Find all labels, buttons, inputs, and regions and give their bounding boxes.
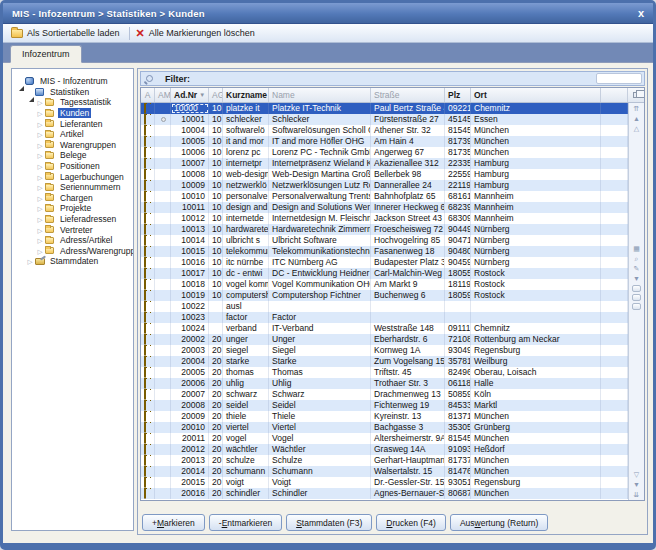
collapsed-arrow-icon[interactable] xyxy=(36,97,44,107)
table-row[interactable]: 2001120vogelVogelAltersheimerstr. 9A8154… xyxy=(141,433,628,444)
table-row[interactable]: 10022ausl xyxy=(141,301,628,312)
column-header-strasse[interactable]: Straße xyxy=(371,88,445,102)
page-down-icon[interactable]: ▼ xyxy=(633,481,640,489)
table-row[interactable]: 2001220wächtlerWächtlerGrasweg 14A91093H… xyxy=(141,444,628,455)
collapsed-arrow-icon[interactable] xyxy=(36,214,44,224)
table-row[interactable]: 10024verbandIT-VerbandWeststraße 1480911… xyxy=(141,323,628,334)
scrollbar-thumb[interactable] xyxy=(632,294,641,301)
collapsed-arrow-icon[interactable] xyxy=(26,256,34,266)
table-row[interactable]: 1000110schleckerSchleckerFürstenstraße 2… xyxy=(141,114,628,125)
table-row[interactable]: 1001910computershComputershop FichtnerBu… xyxy=(141,290,628,301)
grid-view-icon[interactable]: ▦ xyxy=(633,245,640,253)
table-row[interactable]: 2000420starkeStarkeZum Vogelsang 1535781… xyxy=(141,356,628,367)
table-row[interactable]: 2001020viertelViertelBachgasse 335305Grü… xyxy=(141,422,628,433)
table-row[interactable]: 1001810vogel kommVogel Kommunikation OHG… xyxy=(141,279,628,290)
button-stammdaten-f3[interactable]: Stammdaten (F3) xyxy=(286,514,372,531)
table-row[interactable]: 2001620schindlerSchindlerAgnes-Bernauer-… xyxy=(141,488,628,499)
tree-item-belege[interactable]: Belege xyxy=(12,150,133,161)
tree-item-positionen[interactable]: Positionen xyxy=(12,161,133,172)
tree-item-lagerbuchungen[interactable]: Lagerbuchungen xyxy=(12,171,133,182)
button-auswertung-return[interactable]: Auswertung (Return) xyxy=(450,514,548,531)
collapsed-arrow-icon[interactable] xyxy=(36,203,44,213)
collapsed-arrow-icon[interactable] xyxy=(36,193,44,203)
table-row[interactable]: 1001110design andDesign and Solutions We… xyxy=(141,202,628,213)
table-row[interactable]: 2001320schulzeSchulzeGerhart-Hauptmann-R… xyxy=(141,455,628,466)
table-row[interactable]: 1001610itc nürnbeITC Nürnberg AGBudapest… xyxy=(141,257,628,268)
table-row[interactable]: 1001710dc - entwiDC - Entwicklung Heidne… xyxy=(141,268,628,279)
table-row[interactable]: 1001510telekommunTelekommunikationstechn… xyxy=(141,246,628,257)
edit-icon[interactable]: ✎ xyxy=(634,265,640,273)
tree-item-seriennummern[interactable]: Seriennummern xyxy=(12,182,133,193)
collapsed-arrow-icon[interactable] xyxy=(36,129,44,139)
table-row[interactable]: 1000610lorenz pcLorenz PC - Technik GmbH… xyxy=(141,147,628,158)
table-row[interactable]: 1001210internetdeInternetdesign M. Fleis… xyxy=(141,213,628,224)
table-row[interactable]: 2000620uhligUhligTrothaer Str. 306118Hal… xyxy=(141,378,628,389)
table-row[interactable]: 1001010personalvePersonalverwaltung Tren… xyxy=(141,191,628,202)
close-icon[interactable]: x xyxy=(638,6,644,20)
tree-item-chargen[interactable]: Chargen xyxy=(12,193,133,204)
scrollbar-thumb[interactable] xyxy=(632,285,641,292)
row-up-icon[interactable]: △ xyxy=(634,125,639,133)
column-header-name[interactable]: Name xyxy=(269,88,371,102)
table-row[interactable]: 1000410softwarelöSoftwarelösungen Scholl… xyxy=(141,125,628,136)
tree-item-artikel[interactable]: Artikel xyxy=(12,129,133,140)
tree-item-lieferanten[interactable]: Lieferanten xyxy=(12,118,133,129)
column-header-ag[interactable]: AG xyxy=(209,88,223,102)
load-as-sort-table-button[interactable]: Als Sortiertabelle laden xyxy=(8,27,126,39)
table-row[interactable]: 1000810web-designWeb-Design Martina Groß… xyxy=(141,169,628,180)
collapsed-arrow-icon[interactable] xyxy=(36,246,44,256)
table-row[interactable]: 2001420schumannSchumannWalsertalstr. 158… xyxy=(141,466,628,477)
table-row[interactable]: 2000520thomasThomasTriftstr. 4582496Ober… xyxy=(141,367,628,378)
expanded-arrow-icon[interactable] xyxy=(26,87,34,97)
tree-item-mis-infozentrum[interactable]: MIS - Infozentrum xyxy=(12,76,133,87)
table-row[interactable]: 1001410ulbricht sUlbricht SoftwareHochvo… xyxy=(141,235,628,246)
table-row[interactable]: 2001520voigtVoigtDr.-Gessler-Str. 15B930… xyxy=(141,477,628,488)
tree-item-projekte[interactable]: Projekte xyxy=(12,203,133,214)
tree-item-warengruppen[interactable]: Warengruppen xyxy=(12,140,133,151)
table-row[interactable]: 2000220ungerUngerEberhardstr. 672108Rott… xyxy=(141,334,628,345)
collapsed-arrow-icon[interactable] xyxy=(36,225,44,235)
collapsed-arrow-icon[interactable] xyxy=(36,235,44,245)
table-row[interactable]: 2000920thieleThieleKyreinstr. 1381371Mün… xyxy=(141,411,628,422)
clear-all-marks-button[interactable]: ✕ Alle Markierungen löschen xyxy=(133,27,261,39)
collapsed-arrow-icon[interactable] xyxy=(36,182,44,192)
go-last-icon[interactable]: ⇊ xyxy=(634,491,640,499)
table-row[interactable]: 1000010platzke itPlatzke IT-TechnikPaul … xyxy=(141,103,628,114)
tree-item-vertreter[interactable]: Vertreter xyxy=(12,224,133,235)
column-header-kurzname[interactable]: Kurzname xyxy=(223,88,269,102)
table-row[interactable]: 2000820seidelSeidelFichtenweg 1984533Mar… xyxy=(141,400,628,411)
table-row[interactable]: 1000710internetprInternetpräsenz Wieland… xyxy=(141,158,628,169)
scrollbar-thumb[interactable] xyxy=(632,303,641,310)
table-row[interactable]: 1000510it and morIT and more Höfler OHGA… xyxy=(141,136,628,147)
filter-input[interactable] xyxy=(596,73,642,84)
tree-item-statistiken[interactable]: Statistiken xyxy=(12,87,133,98)
collapsed-arrow-icon[interactable] xyxy=(36,172,44,182)
column-header-am[interactable]: AM xyxy=(155,88,171,102)
row-down-icon[interactable]: ▽ xyxy=(634,471,639,479)
table-row[interactable]: 1000910netzwerklöNetzwerklösungen Lutz R… xyxy=(141,180,628,191)
button-drucken-f4[interactable]: Drucken (F4) xyxy=(376,514,446,531)
tab-infozentrum[interactable]: Infozentrum xyxy=(10,45,82,63)
column-chooser-button[interactable] xyxy=(628,88,644,102)
go-first-icon[interactable]: ⇈ xyxy=(634,105,640,113)
column-header-ort[interactable]: Ort xyxy=(471,88,601,102)
tree-item-adress-warengruppen[interactable]: Adress/Warengruppen xyxy=(12,246,133,257)
column-header-a[interactable]: A xyxy=(141,88,155,102)
tree-item-adress-artikel[interactable]: Adress/Artikel xyxy=(12,235,133,246)
table-row[interactable]: 2000320siegelSiegelKornweg 1A93049Regens… xyxy=(141,345,628,356)
expanded-arrow-icon[interactable] xyxy=(16,76,24,86)
button-entmarkieren[interactable]: - Entmarkieren xyxy=(209,514,282,531)
page-up-icon[interactable]: ▲ xyxy=(633,115,640,123)
collapsed-arrow-icon[interactable] xyxy=(36,150,44,160)
table-row[interactable]: 1001310hardwareteHardwaretechnik Zimmerm… xyxy=(141,224,628,235)
button-markieren[interactable]: + Markieren xyxy=(142,514,205,531)
filter-icon[interactable]: ▼ xyxy=(633,275,640,283)
tree-item-lieferadressen[interactable]: Lieferadressen xyxy=(12,214,133,225)
tree-item-kunden[interactable]: Kunden xyxy=(12,108,133,119)
column-header-plz[interactable]: Plz xyxy=(445,88,471,102)
collapsed-arrow-icon[interactable] xyxy=(36,140,44,150)
table-row[interactable]: 10023factorFactor xyxy=(141,312,628,323)
table-row[interactable]: 2000720schwarzSchwarzDrachmenweg 1350859… xyxy=(141,389,628,400)
collapsed-arrow-icon[interactable] xyxy=(36,161,44,171)
collapsed-arrow-icon[interactable] xyxy=(36,108,44,118)
